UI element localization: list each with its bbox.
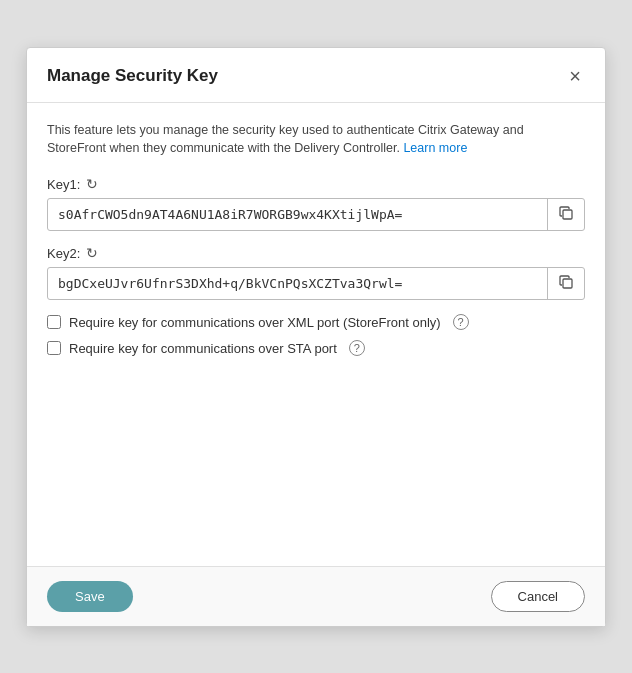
svg-rect-1	[563, 279, 572, 288]
key2-input[interactable]	[48, 268, 547, 299]
manage-security-key-dialog: Manage Security Key × This feature lets …	[26, 47, 606, 627]
key2-copy-button[interactable]	[547, 268, 584, 299]
dialog-footer: Save Cancel	[27, 566, 605, 626]
close-button[interactable]: ×	[565, 64, 585, 88]
key2-label-row: Key2: ↻	[47, 245, 585, 261]
key2-label: Key2:	[47, 246, 80, 261]
key2-input-row	[47, 267, 585, 300]
key1-group: Key1: ↻	[47, 176, 585, 231]
copy-icon	[558, 205, 574, 224]
xml-port-checkbox[interactable]	[47, 315, 61, 329]
xml-port-checkbox-row: Require key for communications over XML …	[47, 314, 585, 330]
key1-copy-button[interactable]	[547, 199, 584, 230]
key1-input[interactable]	[48, 199, 547, 230]
sta-port-checkbox[interactable]	[47, 341, 61, 355]
sta-port-help-icon[interactable]: ?	[349, 340, 365, 356]
copy-icon-2	[558, 274, 574, 293]
key2-group: Key2: ↻	[47, 245, 585, 300]
key1-input-row	[47, 198, 585, 231]
cancel-button[interactable]: Cancel	[491, 581, 585, 612]
dialog-header: Manage Security Key ×	[27, 48, 605, 103]
sta-port-checkbox-row: Require key for communications over STA …	[47, 340, 585, 356]
save-button[interactable]: Save	[47, 581, 133, 612]
svg-rect-0	[563, 210, 572, 219]
key2-refresh-icon[interactable]: ↻	[86, 245, 98, 261]
info-text: This feature lets you manage the securit…	[47, 121, 585, 159]
learn-more-link[interactable]: Learn more	[403, 141, 467, 155]
xml-port-label[interactable]: Require key for communications over XML …	[69, 315, 441, 330]
dialog-body: This feature lets you manage the securit…	[27, 103, 605, 566]
key1-label: Key1:	[47, 177, 80, 192]
dialog-title: Manage Security Key	[47, 66, 218, 86]
key1-label-row: Key1: ↻	[47, 176, 585, 192]
xml-port-help-icon[interactable]: ?	[453, 314, 469, 330]
sta-port-label[interactable]: Require key for communications over STA …	[69, 341, 337, 356]
key1-refresh-icon[interactable]: ↻	[86, 176, 98, 192]
